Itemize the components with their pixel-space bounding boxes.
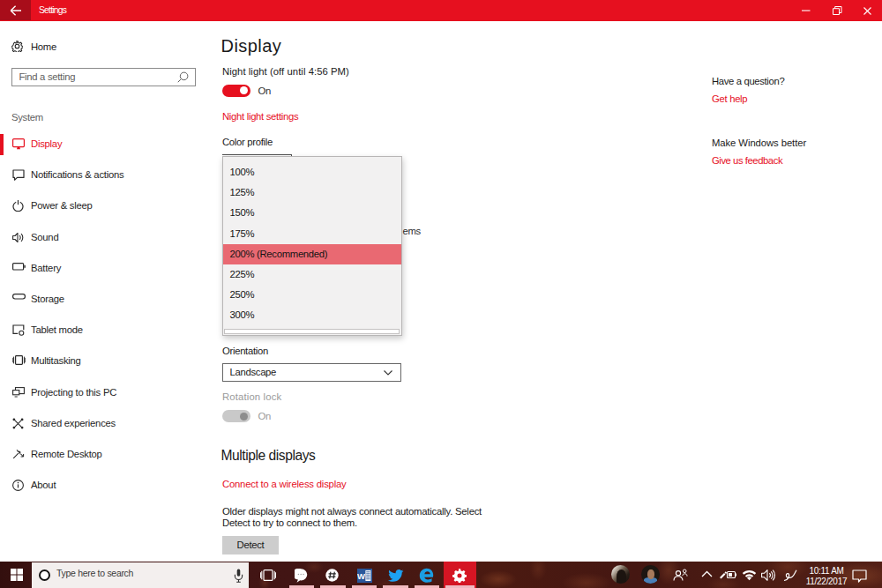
svg-text:W: W [357,570,365,580]
